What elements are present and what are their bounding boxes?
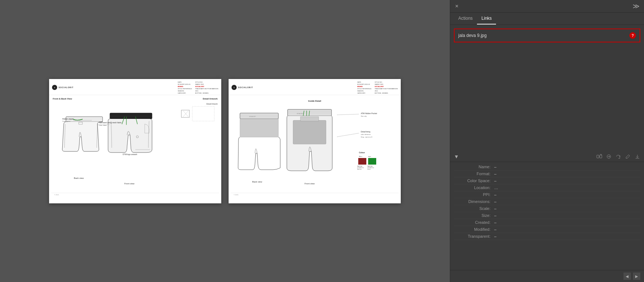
page2-svg: SOCIALORIT SOCIALORIT	[231, 104, 399, 192]
prop-name: Name: –	[454, 163, 640, 170]
reveal-in-finder-icon[interactable]	[634, 154, 640, 159]
update-link-icon[interactable]	[615, 154, 621, 159]
page-meta-2: DATE: STYLE NO: W-SHORT-2021-01 FABRIC R…	[357, 81, 398, 94]
svg-text:Gray - warm no.9: Gray - warm no.9	[361, 136, 373, 138]
page-card-2[interactable]: S SOCIALORIT DATE: STYLE NO: W-SHORT-202…	[229, 79, 401, 203]
page-footer-1: © 2021	[51, 193, 219, 196]
tab-actions[interactable]: Actions	[454, 13, 477, 25]
panel-menu-button[interactable]: ≫	[633, 2, 640, 10]
edit-original-icon[interactable]	[625, 154, 631, 159]
section-title-inside: Inside Detail	[308, 100, 321, 102]
svg-text:Half band using mesh fabric: Half band using mesh fabric	[99, 121, 122, 124]
link-filename: jala deva 9.jpg	[458, 33, 486, 38]
page-meta-1: DATE: STYLE NO: W-SHORT-2021-01 FABRIC R…	[178, 81, 218, 94]
page-content-1: Front & Back View Detail Artwork Detail …	[49, 95, 221, 203]
prop-format: Format: –	[454, 170, 640, 177]
links-panel: ✕ ≫ Actions Links jala deva 9.jpg ? ▼	[450, 0, 644, 282]
svg-text:SOCIALORIT: SOCIALORIT	[297, 113, 303, 114]
prop-color-space: Color Space: –	[454, 177, 640, 184]
svg-text:Front view: Front view	[304, 183, 315, 185]
prop-modified: Modified: –	[454, 226, 640, 233]
panel-tabs: Actions Links	[450, 13, 644, 25]
svg-text:Back view: Back view	[74, 177, 84, 179]
svg-rect-30	[240, 119, 278, 137]
logo-text-1: SOCIALORIT	[59, 86, 74, 89]
page-footer-2: © 2021	[231, 193, 399, 196]
relink-icon[interactable]	[596, 154, 602, 159]
svg-rect-3	[192, 106, 214, 121]
svg-rect-10	[110, 113, 152, 119]
svg-rect-48	[368, 158, 376, 165]
svg-text:DTM logo artwork: DTM logo artwork	[123, 153, 137, 155]
panel-titlebar: ✕ ≫	[450, 0, 644, 13]
prop-dimensions: Dimensions: –	[454, 198, 640, 205]
page-header-1: S SOCIALORIT DATE: STYLE NO: W-SHORT-202…	[49, 79, 221, 95]
logo-icon-1: S	[52, 85, 57, 90]
logo-icon-2: S	[232, 85, 237, 90]
svg-text:color reference: color reference	[361, 134, 371, 135]
properties-section: Name: – Format: – Color Space: – Locatio…	[450, 162, 644, 270]
svg-text:Colour: Colour	[359, 151, 365, 154]
svg-line-37	[337, 114, 359, 115]
svg-text:Main: Main	[359, 155, 362, 157]
toolbar-icons	[596, 154, 640, 159]
svg-rect-58	[600, 155, 602, 158]
prop-location: Location: …	[454, 184, 640, 191]
pagination-next-button[interactable]: ▶	[633, 272, 640, 280]
prop-created: Created: –	[454, 219, 640, 226]
svg-text:Green: Green	[367, 169, 371, 170]
section-subtitle-detail: Detail Artwork	[206, 103, 218, 105]
page-logo-2: S SOCIALORIT	[232, 81, 253, 94]
section-title-detail: Detail Artwork	[203, 98, 218, 100]
link-status-badge: ?	[629, 32, 636, 39]
go-to-link-icon[interactable]	[606, 154, 612, 159]
section-title-front-back: Front & Back View	[53, 98, 72, 100]
svg-text:SOCIALORIT: SOCIALORIT	[249, 116, 256, 117]
page-logo-1: S SOCIALORIT	[52, 81, 74, 94]
pagination-prev-button[interactable]: ◀	[623, 272, 631, 280]
page-header-2: S SOCIALORIT DATE: STYLE NO: W-SHORT-202…	[229, 79, 401, 95]
logo-text-2: SOCIALORIT	[238, 86, 253, 89]
page-card-1[interactable]: S SOCIALORIT DATE: STYLE NO: W-SHORT-202…	[49, 79, 221, 203]
svg-rect-26	[240, 113, 278, 119]
links-list: jala deva 9.jpg ?	[450, 25, 644, 48]
prop-size: Size: –	[454, 212, 640, 219]
link-item-jala-deva[interactable]: jala deva 9.jpg ?	[454, 29, 640, 42]
svg-text:Back view: Back view	[252, 181, 262, 183]
svg-text:tape: tape	[368, 155, 371, 157]
svg-rect-57	[597, 155, 599, 158]
svg-text:Dark red: Dark red	[357, 169, 362, 170]
svg-rect-2	[181, 110, 189, 117]
panel-pagination: ◀ ▶	[450, 270, 644, 282]
prop-ppi: PPI: –	[454, 191, 640, 198]
svg-text:S: S	[54, 87, 55, 89]
page-content-2: Inside Detail SOCIALORIT	[229, 95, 401, 203]
svg-text:Hidden zipper: Hidden zipper	[62, 118, 74, 120]
page1-svg: Hidden zipper Color: green Half band usi…	[51, 106, 220, 192]
svg-text:See only: See only	[361, 115, 367, 117]
svg-text:ATM Hidden Pocket: ATM Hidden Pocket	[361, 112, 377, 114]
svg-text:Front view: Front view	[124, 183, 134, 185]
prop-transparent: Transparent: –	[454, 233, 640, 240]
svg-line-40	[337, 133, 359, 137]
svg-text:Color: green: Color: green	[62, 120, 70, 122]
panel-close-button[interactable]: ✕	[454, 3, 460, 9]
svg-text:Detail lining: Detail lining	[361, 131, 370, 133]
prop-scale: Scale: –	[454, 205, 640, 212]
svg-rect-47	[358, 158, 366, 165]
svg-text:Color: black: Color: black	[99, 124, 107, 126]
dropdown-arrow[interactable]: ▼	[454, 154, 459, 159]
canvas-area: S SOCIALORIT DATE: STYLE NO: W-SHORT-202…	[0, 0, 450, 282]
svg-rect-35	[293, 120, 326, 144]
links-toolbar: ▼	[450, 151, 644, 162]
svg-text:S: S	[234, 87, 235, 89]
tab-links[interactable]: Links	[477, 13, 496, 25]
svg-rect-36	[300, 117, 319, 121]
